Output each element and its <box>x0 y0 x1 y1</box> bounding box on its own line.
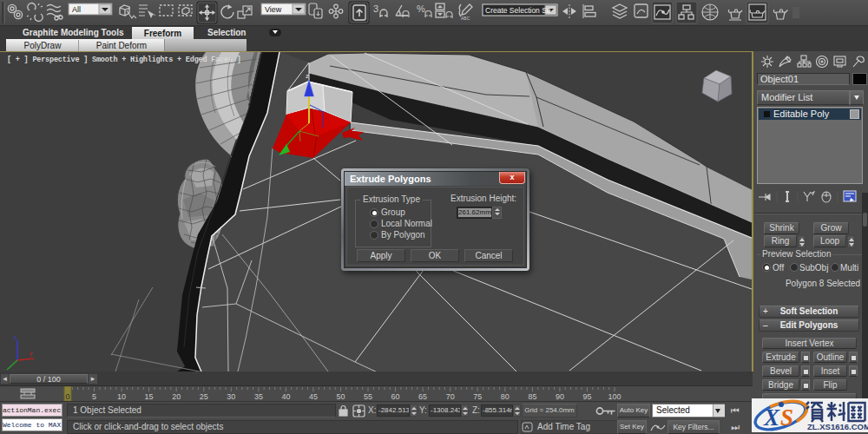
svg-text:3: 3 <box>373 3 378 14</box>
svg-text:X: X <box>763 404 780 431</box>
svg-text:z: z <box>14 334 17 340</box>
svg-text:0: 0 <box>65 392 69 401</box>
svg-text:35: 35 <box>254 392 263 401</box>
svg-text:View: View <box>265 5 282 14</box>
svg-text:S: S <box>780 404 793 431</box>
svg-text:95: 95 <box>582 392 591 401</box>
svg-text:5: 5 <box>92 392 96 401</box>
svg-text:100: 100 <box>608 392 621 401</box>
svg-text:65: 65 <box>418 392 427 401</box>
svg-text:40: 40 <box>281 392 290 401</box>
svg-text:80: 80 <box>501 392 510 401</box>
svg-text:ABC: ABC <box>461 16 470 21</box>
svg-text:60: 60 <box>391 392 400 401</box>
svg-text:20: 20 <box>172 392 181 401</box>
svg-text:90: 90 <box>556 392 564 401</box>
svg-text:70: 70 <box>446 392 455 401</box>
svg-text:ZL.XS1616.COM: ZL.XS1616.COM <box>807 422 868 431</box>
svg-text:75: 75 <box>473 392 482 401</box>
svg-text:All: All <box>72 5 81 14</box>
svg-text:y: y <box>30 350 33 357</box>
svg-text:30: 30 <box>227 392 235 401</box>
svg-text:z: z <box>306 72 309 80</box>
svg-text:85: 85 <box>528 392 536 401</box>
svg-text:25: 25 <box>200 392 208 401</box>
svg-text:55: 55 <box>364 392 372 401</box>
svg-text:45: 45 <box>309 392 318 401</box>
svg-text:%: % <box>417 3 425 14</box>
svg-text:10: 10 <box>117 392 126 401</box>
svg-text:Create Selection Se: Create Selection Se <box>485 6 551 15</box>
svg-text:50: 50 <box>336 392 345 401</box>
svg-text:15: 15 <box>145 392 154 401</box>
